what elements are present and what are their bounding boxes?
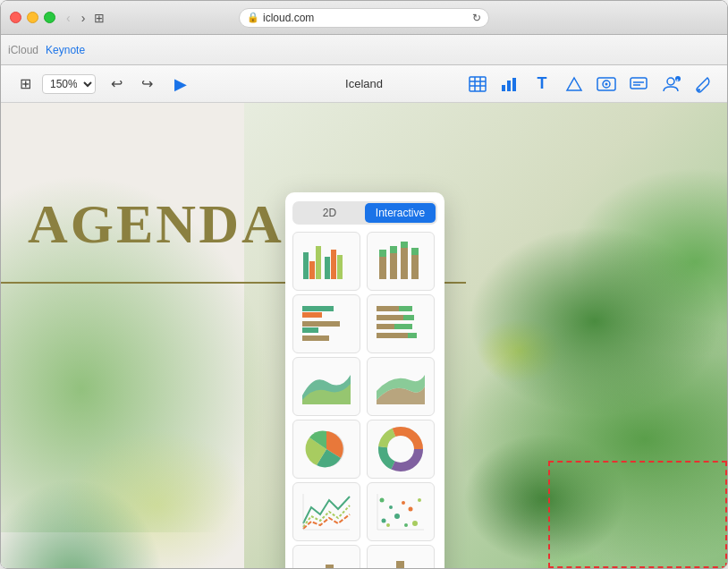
maximize-button[interactable] — [44, 12, 55, 23]
chart-item-scatter[interactable] — [367, 482, 435, 541]
svg-rect-30 — [411, 255, 419, 279]
chart-item-pie[interactable] — [292, 420, 360, 479]
svg-point-62 — [404, 523, 408, 527]
chart-item-bar-h-stacked[interactable] — [367, 294, 435, 353]
svg-rect-24 — [379, 257, 386, 279]
agenda-text: AGENDA — [28, 192, 284, 256]
slides-panel-button[interactable]: ⊞ — [12, 72, 38, 97]
svg-rect-19 — [309, 261, 315, 279]
svg-rect-26 — [390, 253, 397, 279]
document-title: Iceland — [345, 77, 383, 90]
svg-point-53 — [382, 519, 386, 523]
back-button[interactable]: ‹ — [63, 9, 74, 27]
chart-picker-popup: 2D Interactive — [285, 192, 444, 568]
picker-tabs: 2D Interactive — [292, 201, 437, 225]
svg-rect-5 — [502, 85, 505, 91]
svg-rect-36 — [302, 335, 329, 341]
toolbar-history: ↩ ↪ — [103, 72, 160, 97]
svg-rect-44 — [408, 333, 417, 338]
chart-item-bar-2d-2[interactable] — [367, 545, 435, 568]
svg-point-59 — [412, 521, 418, 526]
chart-item-area-stacked[interactable] — [367, 357, 435, 416]
svg-rect-7 — [512, 78, 516, 91]
wrench-button[interactable] — [690, 72, 716, 97]
media-button[interactable] — [593, 72, 620, 97]
chart-item-bar-grouped[interactable] — [292, 232, 360, 291]
collaborate-button[interactable]: + — [657, 72, 684, 97]
chart-item-area[interactable] — [292, 357, 360, 416]
svg-rect-38 — [399, 306, 412, 311]
slide-canvas: AGENDA 2D Interactive — [1, 103, 727, 568]
tabbar: iCloud Keynote — [1, 35, 727, 65]
map-decor3 — [1, 461, 180, 568]
svg-rect-41 — [377, 324, 394, 329]
chart-button[interactable] — [496, 72, 523, 97]
undo-button[interactable]: ↩ — [103, 72, 130, 97]
text-button[interactable]: T — [529, 72, 555, 97]
icloud-label: iCloud — [8, 44, 38, 56]
svg-rect-28 — [401, 248, 408, 279]
svg-point-61 — [380, 498, 385, 503]
svg-rect-43 — [377, 333, 408, 338]
svg-point-58 — [386, 523, 390, 527]
svg-point-14 — [667, 78, 674, 85]
svg-rect-11 — [631, 78, 647, 89]
toolbar: ⊞ 150% 100% 75% 50% ↩ ↪ ▶ Iceland T — [1, 65, 727, 103]
slide-area[interactable]: AGENDA 2D Interactive — [1, 103, 727, 568]
keynote-label[interactable]: Keynote — [46, 44, 85, 56]
svg-point-56 — [402, 501, 405, 505]
url-text: icloud.com — [263, 12, 314, 24]
shapes-button[interactable] — [561, 72, 588, 97]
toolbar-right: T + — [464, 72, 716, 97]
svg-rect-67 — [326, 565, 334, 568]
svg-rect-71 — [396, 561, 404, 568]
chart-grid — [285, 232, 444, 568]
play-button[interactable]: ▶ — [167, 72, 194, 97]
forward-button[interactable]: › — [78, 9, 89, 27]
tab-interactive[interactable]: Interactive — [365, 203, 436, 223]
svg-rect-18 — [303, 252, 309, 279]
svg-rect-32 — [302, 306, 334, 311]
url-bar-wrap: 🔒 icloud.com ↻ — [239, 8, 489, 28]
redo-button[interactable]: ↪ — [133, 72, 160, 97]
svg-rect-39 — [377, 315, 403, 320]
tab-2d[interactable]: 2D — [294, 203, 365, 223]
url-bar[interactable]: 🔒 icloud.com ↻ — [239, 8, 489, 28]
svg-point-60 — [418, 498, 421, 502]
svg-rect-40 — [403, 315, 414, 320]
selection-box — [548, 461, 727, 568]
toolbar-left: ⊞ 150% 100% 75% 50% — [12, 72, 96, 97]
titlebar: ‹ › ⊞ 🔒 icloud.com ↻ — [1, 1, 727, 35]
svg-point-57 — [409, 507, 413, 512]
minimize-button[interactable] — [27, 12, 38, 23]
svg-rect-23 — [337, 255, 343, 279]
close-button[interactable] — [10, 12, 21, 23]
svg-rect-42 — [394, 324, 412, 329]
traffic-lights — [10, 12, 55, 23]
svg-rect-31 — [411, 248, 419, 255]
table-button[interactable] — [464, 72, 491, 97]
chart-item-line[interactable] — [292, 482, 360, 541]
chart-item-bar-h-grouped[interactable] — [292, 294, 360, 353]
svg-rect-34 — [302, 321, 340, 327]
svg-rect-35 — [302, 327, 318, 333]
svg-rect-33 — [302, 312, 322, 318]
zoom-select[interactable]: 150% 100% 75% 50% — [42, 74, 96, 94]
svg-rect-25 — [379, 250, 386, 257]
svg-point-54 — [389, 505, 393, 509]
svg-point-17 — [698, 89, 700, 91]
chart-item-bar-stacked[interactable] — [367, 232, 435, 291]
svg-point-10 — [605, 82, 608, 85]
svg-rect-21 — [325, 257, 330, 279]
chart-item-bar-2d-1[interactable] — [292, 545, 360, 568]
svg-rect-6 — [507, 81, 511, 91]
svg-rect-27 — [390, 246, 397, 253]
sidebar-toggle-button[interactable]: ⊞ — [94, 11, 105, 25]
chart-item-donut[interactable] — [367, 420, 435, 479]
svg-rect-37 — [377, 306, 399, 311]
comment-button[interactable] — [625, 72, 652, 97]
reload-button[interactable]: ↻ — [472, 12, 481, 24]
lock-icon: 🔒 — [247, 12, 259, 23]
app-window: ‹ › ⊞ 🔒 icloud.com ↻ iCloud Keynote ⊞ 15… — [0, 0, 728, 569]
nav-buttons: ‹ › — [63, 9, 89, 27]
